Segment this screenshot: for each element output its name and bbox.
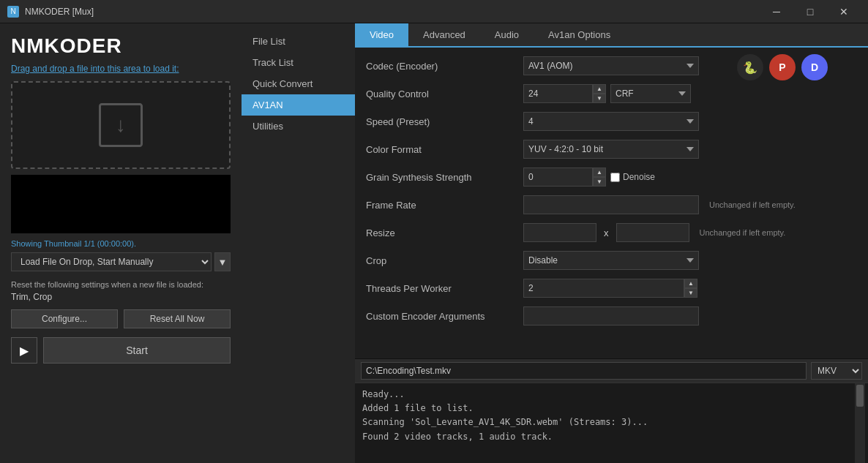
resize-control: x Unchanged if left empty. xyxy=(523,223,857,242)
patreon-icon[interactable]: P xyxy=(769,54,796,80)
video-preview xyxy=(11,175,231,233)
log-scrollbar[interactable] xyxy=(855,383,865,463)
threads-spinner-group: ▲ ▼ xyxy=(523,279,697,298)
threads-spinner-btns: ▲ ▼ xyxy=(684,279,697,298)
drop-area[interactable]: ↓ xyxy=(11,81,231,169)
right-panel: 🐍 P D File List Track List Quick Convert… xyxy=(242,23,868,463)
drop-hint: Drag and drop a file into this area to l… xyxy=(11,64,231,74)
quality-increment[interactable]: ▲ xyxy=(593,84,606,94)
color-format-label: Color Format xyxy=(366,144,523,155)
thumbnail-timecode: 00:00:00 xyxy=(100,239,131,248)
tab-area: Video Advanced Audio Av1an Options Codec… xyxy=(355,23,868,463)
thumbnail-info: Showing Thumbnail 1/1 (00:00:00). xyxy=(11,239,231,248)
resize-hint: Unchanged if left empty. xyxy=(700,228,786,237)
crop-select[interactable]: Disable xyxy=(523,251,699,270)
quality-control: ▲ ▼ CRF xyxy=(523,84,857,103)
configure-reset-row: Configure... Reset All Now xyxy=(11,309,231,328)
python-icon[interactable]: 🐍 xyxy=(737,54,763,80)
quality-decrement[interactable]: ▼ xyxy=(593,94,606,103)
custom-args-row: Custom Encoder Arguments xyxy=(366,305,857,327)
speed-label: Speed (Preset) xyxy=(366,116,523,127)
file-select-row: Load File On Drop, Start Manually ▼ xyxy=(11,252,231,271)
framerate-input[interactable] xyxy=(523,195,699,214)
grain-decrement[interactable]: ▼ xyxy=(593,177,606,187)
quality-mode-select[interactable]: CRF xyxy=(610,84,691,103)
threads-control: ▲ ▼ xyxy=(523,279,857,298)
framerate-label: Frame Rate xyxy=(366,200,523,211)
sidebar-item-track-list[interactable]: Track List xyxy=(242,52,355,73)
grain-control: ▲ ▼ Denoise xyxy=(523,167,857,187)
app-title: NMKODER xyxy=(11,34,231,58)
drop-hint-text: Drag and drop a file into xyxy=(11,64,107,74)
reset-settings-label: Reset the following settings when a new … xyxy=(11,280,231,289)
crop-label: Crop xyxy=(366,255,523,266)
format-select[interactable]: MKV xyxy=(811,362,862,380)
resize-width-input[interactable] xyxy=(523,223,596,242)
sidebar-item-utilities[interactable]: Utilities xyxy=(242,116,355,137)
start-button[interactable]: Start xyxy=(43,337,231,364)
tab-audio[interactable]: Audio xyxy=(480,23,534,48)
quality-label: Quality Control xyxy=(366,89,523,99)
play-button[interactable]: ▶ xyxy=(11,337,37,364)
framerate-control: Unchanged if left empty. xyxy=(523,195,857,214)
form-area: Codec (Encoder) AV1 (AOM) Quality Contro… xyxy=(355,48,868,358)
threads-decrement[interactable]: ▼ xyxy=(684,288,697,298)
framerate-row: Frame Rate Unchanged if left empty. xyxy=(366,194,857,216)
crop-row: Crop Disable xyxy=(366,249,857,271)
quality-input[interactable] xyxy=(523,84,593,103)
thumbnail-text-suffix: ). xyxy=(131,239,136,248)
codec-select[interactable]: AV1 (AOM) xyxy=(523,56,699,75)
denoise-checkbox[interactable] xyxy=(610,173,620,182)
file-mode-select[interactable]: Load File On Drop, Start Manually xyxy=(11,252,212,271)
framerate-hint: Unchanged if left empty. xyxy=(709,200,796,209)
output-path-input[interactable] xyxy=(361,362,807,380)
custom-args-control xyxy=(523,306,857,325)
codec-label: Codec (Encoder) xyxy=(366,61,523,72)
sidebar-item-file-list[interactable]: File List xyxy=(242,31,355,52)
custom-args-input[interactable] xyxy=(523,306,699,325)
tab-advanced[interactable]: Advanced xyxy=(408,23,480,48)
custom-args-label: Custom Encoder Arguments xyxy=(366,311,523,322)
quality-spinner-btns: ▲ ▼ xyxy=(593,84,606,103)
denoise-text: Denoise xyxy=(623,172,655,182)
grain-spinner-btns: ▲ ▼ xyxy=(593,167,606,187)
reset-trim-value: Trim, Crop xyxy=(11,292,231,302)
threads-row: Threads Per Worker ▲ ▼ xyxy=(366,277,857,299)
resize-x-separator: x xyxy=(604,227,609,238)
threads-label: Threads Per Worker xyxy=(366,283,523,294)
close-button[interactable]: ✕ xyxy=(827,0,861,23)
grain-input[interactable] xyxy=(523,167,593,187)
start-row: ▶ Start xyxy=(11,337,231,364)
crop-control: Disable xyxy=(523,251,857,270)
configure-button[interactable]: Configure... xyxy=(11,309,118,328)
drop-hint-suffix: to load it: xyxy=(141,64,179,74)
content-area: File List Track List Quick Convert AV1AN… xyxy=(242,23,868,463)
discord-icon[interactable]: D xyxy=(801,54,828,80)
quality-row: Quality Control ▲ ▼ CRF xyxy=(366,83,857,105)
main-content: NMKODER Drag and drop a file into this a… xyxy=(0,23,868,463)
sidebar-item-av1an[interactable]: AV1AN xyxy=(242,94,355,116)
drop-hint-link: this area xyxy=(107,64,141,74)
threads-increment[interactable]: ▲ xyxy=(684,279,697,288)
sidebar-item-quick-convert[interactable]: Quick Convert xyxy=(242,73,355,94)
minimize-button[interactable]: ─ xyxy=(760,0,793,23)
tab-av1an-options[interactable]: Av1an Options xyxy=(534,23,625,48)
log-area: Ready... Added 1 file to list. Scanning … xyxy=(355,383,868,463)
maximize-button[interactable]: □ xyxy=(793,0,827,23)
speed-control: 4 xyxy=(523,112,857,131)
resize-row: Resize x Unchanged if left empty. xyxy=(366,222,857,244)
color-format-select[interactable]: YUV - 4:2:0 - 10 bit xyxy=(523,140,699,159)
reset-all-button[interactable]: Reset All Now xyxy=(124,309,231,328)
tab-video[interactable]: Video xyxy=(355,23,408,48)
grain-increment[interactable]: ▲ xyxy=(593,167,606,177)
resize-height-input[interactable] xyxy=(616,223,689,242)
quality-spinner-group: ▲ ▼ xyxy=(523,84,606,103)
grain-label: Grain Synthesis Strength xyxy=(366,172,523,183)
resize-label: Resize xyxy=(366,227,523,238)
speed-select[interactable]: 4 xyxy=(523,112,699,131)
file-select-arrow[interactable]: ▼ xyxy=(214,252,231,271)
log-line-1: Added 1 file to list. xyxy=(362,402,861,415)
log-scroll-thumb xyxy=(856,385,864,407)
threads-input[interactable] xyxy=(523,279,684,298)
app-icon: N xyxy=(7,6,19,18)
